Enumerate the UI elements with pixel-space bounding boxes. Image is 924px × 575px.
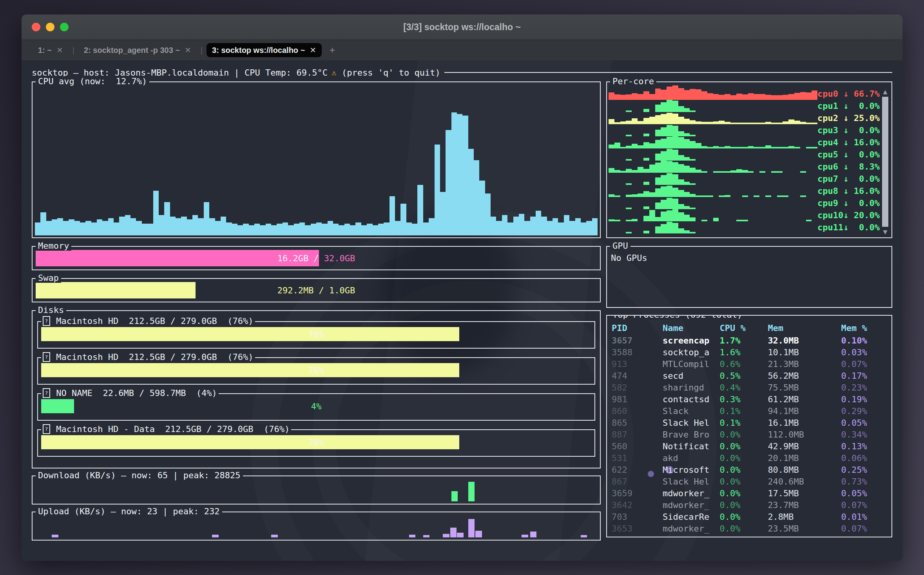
core-row-3: cpu3 ↓ 0.0% xyxy=(609,124,880,136)
cpu-avg-bar xyxy=(412,224,417,235)
core-spark-bar xyxy=(661,160,667,173)
process-cell: 0.05% xyxy=(841,488,891,498)
disk-title-text: NO NAME 22.6MB / 598.7MB (4%) xyxy=(51,388,217,398)
scroll-down-icon[interactable]: ▼ xyxy=(883,228,888,236)
cpu-avg-bar xyxy=(91,222,97,235)
process-cell: 981 xyxy=(612,394,663,404)
tab-close-icon[interactable]: ✕ xyxy=(185,45,191,55)
process-row-13: 3659mdworker_0.0%17.5MB0.05% xyxy=(612,487,891,499)
core-spark-bar xyxy=(661,186,667,197)
scroll-up-icon[interactable]: ▲ xyxy=(883,88,888,96)
process-cell: 0.03% xyxy=(841,347,891,357)
core-spark-bar xyxy=(643,109,649,112)
process-cell: Brave Bro xyxy=(663,430,720,439)
core-spark-bar xyxy=(806,92,812,100)
core-row-0: cpu0 ↓ 66.7% xyxy=(609,88,880,100)
core-spark-bar xyxy=(684,139,690,148)
process-cell: 2.8MB xyxy=(768,512,841,522)
process-cell: contactsd xyxy=(663,394,720,404)
dashboard-columns: CPU avg (now: 12.7%) Memory 16.2GB / 32.… xyxy=(32,81,892,541)
tab-2[interactable]: 2: socktop_agent -p 303 ~✕ xyxy=(78,43,197,57)
new-tab-button[interactable]: + xyxy=(326,45,339,56)
disk-item-3: ? Macintosh HD - Data 212.5GB / 279.0GB … xyxy=(37,429,595,457)
cpu-avg-bar xyxy=(102,221,108,235)
process-cell: screencap xyxy=(663,336,720,345)
cpu-avg-bar xyxy=(339,225,344,235)
core-spark-bar xyxy=(672,85,678,100)
process-cell: 0.3% xyxy=(720,394,768,404)
process-row-12: 867Slack Hel0.0%240.6MB0.73% xyxy=(612,476,891,487)
cpu-avg-bar xyxy=(35,222,40,235)
process-cell: 23.7MB xyxy=(768,500,841,510)
fullscreen-button[interactable] xyxy=(60,23,69,31)
core-spark-bar xyxy=(742,94,748,100)
cpu-avg-bar xyxy=(249,225,254,235)
cpu-avg-bar xyxy=(462,116,468,235)
tab-1[interactable]: 1: ~✕ xyxy=(33,43,69,57)
cpu-avg-bar xyxy=(271,225,277,235)
process-cell: Slack Hel xyxy=(663,477,720,486)
process-cell: 17.5MB xyxy=(768,488,841,498)
core-spark-bar xyxy=(667,173,672,185)
process-cell: 531 xyxy=(612,453,663,463)
memory-used: 16.2GB / xyxy=(277,253,319,263)
process-row-10: 531akd0.0%20.1MB0.06% xyxy=(612,452,891,464)
process-table-header: PIDNameCPU %MemMem % xyxy=(612,321,891,335)
cpu-avg-bar xyxy=(446,130,451,235)
core-spark-bar xyxy=(736,169,742,173)
minimize-button[interactable] xyxy=(46,23,54,31)
cpu-avg-bar xyxy=(254,224,260,235)
process-cell: 0.13% xyxy=(841,441,891,451)
cpu-avg-bar xyxy=(232,224,237,235)
swap-usage-text: 292.2MB / 1.0GB xyxy=(36,286,597,295)
disk-bar-label: 76% xyxy=(41,329,591,339)
tab-label: 2: socktop_agent -p 303 ~ xyxy=(84,46,180,55)
cpu-avg-bar xyxy=(592,218,598,235)
core-spark-bar xyxy=(684,108,690,112)
scrollbar-track[interactable] xyxy=(882,97,888,227)
process-cell: 0.5% xyxy=(720,371,768,381)
tab-close-icon[interactable]: ✕ xyxy=(56,45,63,55)
tab-3[interactable]: 3: socktop ws://localho ~✕ xyxy=(207,43,322,57)
core-spark-bar xyxy=(690,89,696,100)
per-core-scrollbar[interactable]: ▲ ▼ xyxy=(881,88,890,236)
close-button[interactable] xyxy=(32,23,40,31)
core-spark-bar xyxy=(632,194,638,197)
cpu-avg-bar xyxy=(378,224,384,235)
cpu-avg-bar xyxy=(361,225,367,235)
core-spark-bar xyxy=(678,131,684,136)
core-spark-bar xyxy=(649,117,655,124)
cpu-avg-bar xyxy=(373,225,378,235)
process-cell: 0.06% xyxy=(841,453,891,463)
core-spark-bar xyxy=(649,210,655,221)
core-spark-bar xyxy=(667,125,672,136)
core-spark-bar xyxy=(667,161,672,173)
process-cell: 0.0% xyxy=(720,488,768,498)
tab-close-icon[interactable]: ✕ xyxy=(310,45,316,55)
process-cell: 0.6% xyxy=(720,359,768,369)
process-cell: 1.6% xyxy=(720,347,768,357)
core-spark-bar xyxy=(765,95,771,100)
per-core-panel: Per-core cpu0 ↓ 66.7%cpu1 ↓ 0.0%cpu2 ↓ 2… xyxy=(606,81,892,238)
upload-bar xyxy=(450,528,457,537)
core-spark-bar xyxy=(678,106,684,112)
core-row-7: cpu7 ↓ 0.0% xyxy=(609,173,880,185)
disk-title: ? Macintosh HD 212.5GB / 279.0GB (76%) xyxy=(41,316,255,326)
cpu-avg-bar xyxy=(164,202,170,235)
disk-usage-bar: 76% xyxy=(41,327,591,341)
process-cell: 80.8MB xyxy=(768,465,841,475)
cpu-avg-chart xyxy=(35,91,598,235)
core-sparkline xyxy=(609,161,817,173)
cpu-avg-bar xyxy=(204,202,209,235)
cpu-avg-bar xyxy=(181,217,187,235)
core-spark-bar xyxy=(672,136,678,148)
disk-title: ? Macintosh HD 212.5GB / 279.0GB (76%) xyxy=(41,352,255,362)
process-cell: mdworker_ xyxy=(663,524,720,533)
cpu-avg-bar xyxy=(97,219,102,235)
upload-bar xyxy=(530,532,537,537)
core-spark-bar xyxy=(655,188,661,197)
process-cell: 0.1% xyxy=(720,418,768,428)
disk-list: ? Macintosh HD 212.5GB / 279.0GB (76%)76… xyxy=(33,321,600,457)
cpu-avg-bar xyxy=(316,222,322,235)
core-spark-bar xyxy=(626,146,632,148)
